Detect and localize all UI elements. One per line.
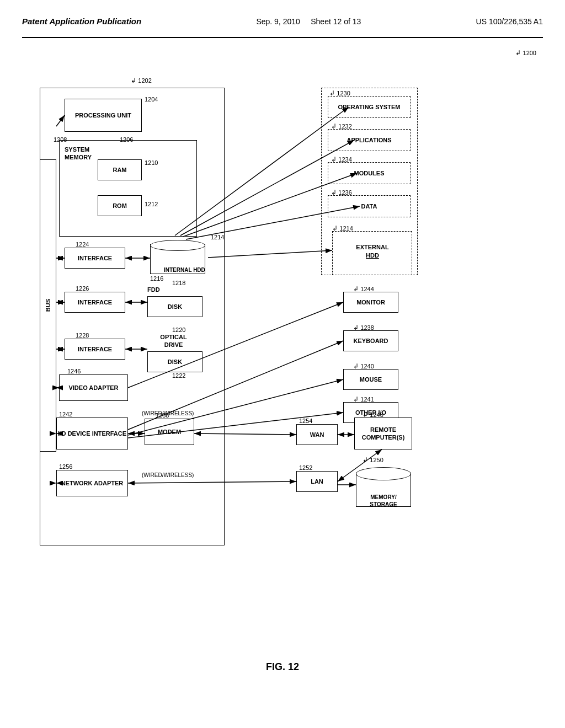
optical-drive-label: OPTICALDRIVE: [145, 333, 202, 349]
ref-1216: 1216: [150, 275, 163, 282]
ram-label: RAM: [113, 166, 126, 174]
page-header: Patent Application Publication Sep. 9, 2…: [22, 11, 543, 38]
data-label: DATA: [361, 202, 377, 210]
header-date: Sep. 9, 2010: [256, 17, 300, 26]
figure-label: FIG. 12: [22, 661, 543, 673]
ref-1220: 1220: [172, 326, 185, 333]
lan-box: LAN: [296, 471, 338, 492]
ref-1204: 1204: [145, 96, 158, 103]
disk-fdd-box: DISK: [147, 296, 202, 317]
mouse-label: MOUSE: [360, 376, 382, 383]
ref-1226: 1226: [76, 285, 89, 292]
rom-label: ROM: [113, 202, 127, 210]
monitor-box: MONITOR: [343, 292, 398, 313]
header-date-sheet: Sep. 9, 2010 Sheet 12 of 13: [256, 17, 361, 26]
os-box: OPERATING SYSTEM: [328, 96, 411, 118]
header-sheet: Sheet 12 of 13: [311, 17, 361, 26]
ref-1200: ↲ 1200: [515, 49, 536, 57]
io-device-box: I/O DEVICE INTERFACE: [56, 417, 128, 449]
wired-wireless-1: (WIRED/WIRELESS): [142, 410, 194, 416]
ref-1210: 1210: [145, 159, 158, 166]
memory-storage-area: MEMORY/STORAGE: [353, 463, 414, 512]
ref-1228: 1228: [76, 332, 89, 339]
rom-box: ROM: [98, 195, 142, 216]
modem-box: MODEM: [145, 419, 194, 445]
ref-1202: ↲ 1202: [131, 77, 152, 84]
ref-1230: ↲ 1230: [329, 89, 350, 97]
ref-1246: 1246: [67, 368, 81, 374]
keyboard-box: KEYBOARD: [343, 330, 398, 351]
remote-computer-box: REMOTE COMPUTER(S): [354, 417, 412, 449]
system-memory-label: SYSTEMMEMORY: [65, 146, 92, 162]
ref-1236: ↲ 1236: [331, 189, 352, 196]
ref-1214-left: 1214: [211, 234, 224, 240]
ref-1248: ↲ 1248: [363, 411, 383, 419]
interface-1226-box: INTERFACE: [65, 292, 125, 313]
ref-1208: 1208: [54, 136, 67, 143]
remote-computer-label: REMOTE COMPUTER(S): [355, 426, 412, 442]
fdd-label: FDD: [147, 286, 160, 293]
monitor-label: MONITOR: [356, 298, 385, 306]
page: Patent Application Publication Sep. 9, 2…: [0, 0, 565, 728]
ref-1238: ↲ 1238: [353, 324, 374, 331]
ref-1214-right: ↲ 1214: [332, 224, 353, 232]
ref-1232: ↲ 1232: [331, 122, 352, 130]
io-device-label: I/O DEVICE INTERFACE: [58, 430, 126, 437]
interface-1226-label: INTERFACE: [78, 298, 112, 306]
modem-label: MODEM: [158, 428, 181, 436]
ref-1241: ↲ 1241: [353, 395, 374, 403]
ref-1252: 1252: [299, 464, 312, 471]
bus-label: BUS: [45, 299, 51, 312]
ref-1250: ↲ 1250: [363, 456, 383, 464]
interface-1228-label: INTERFACE: [78, 345, 112, 353]
disk-optical-box: DISK: [147, 351, 202, 372]
ref-1222: 1222: [172, 372, 185, 379]
bus-bar: BUS: [40, 159, 56, 452]
wan-label: WAN: [310, 431, 324, 438]
video-adapter-label: VIDEO ADAPTER: [68, 384, 118, 392]
ref-1234: ↲ 1234: [331, 156, 352, 163]
wired-wireless-2: (WIRED/WIRELESS): [142, 472, 194, 478]
applications-box: APPLICATIONS: [328, 129, 411, 151]
ref-1212: 1212: [145, 201, 158, 207]
network-adapter-label: NETWORK ADAPTER: [61, 479, 124, 487]
ref-1218: 1218: [172, 280, 185, 286]
applications-label: APPLICATIONS: [347, 136, 391, 144]
processing-unit-label: PROCESSING UNIT: [75, 111, 131, 119]
ref-1244: ↲ 1244: [353, 285, 374, 293]
ref-1256: 1256: [59, 463, 72, 470]
ref-1224: 1224: [76, 241, 89, 248]
network-adapter-box: NETWORK ADAPTER: [56, 470, 128, 496]
mouse-box: MOUSE: [343, 369, 398, 390]
disk-optical-label: DISK: [168, 358, 182, 366]
ref-1206: 1206: [120, 136, 133, 143]
internal-hdd-label: INTERNAL HDD: [164, 267, 205, 273]
ref-1254: 1254: [299, 417, 312, 424]
svg-line-22: [208, 250, 332, 258]
internal-hdd-area: INTERNAL HDD: [147, 235, 208, 280]
modules-label: MODULES: [354, 169, 385, 177]
data-box: DATA: [328, 195, 411, 217]
processing-unit-box: PROCESSING UNIT: [65, 99, 142, 132]
ram-box: RAM: [98, 159, 142, 180]
wan-box: WAN: [296, 424, 338, 445]
interface-1228-box: INTERFACE: [65, 339, 125, 360]
ref-1242: 1242: [59, 411, 72, 417]
ref-1240: ↲ 1240: [353, 362, 374, 370]
header-patent-number: US 100/226,535 A1: [476, 17, 543, 26]
memory-storage-label: MEMORY/STORAGE: [361, 494, 406, 508]
interface-1224-label: INTERFACE: [78, 254, 112, 262]
lan-label: LAN: [311, 478, 323, 485]
header-publication: Patent Application Publication: [22, 17, 141, 26]
video-adapter-box: VIDEO ADAPTER: [59, 374, 128, 401]
disk-fdd-label: DISK: [168, 303, 182, 311]
diagram-area: ↲ 1200 ↲ 1202 BUS PROCESSING UNIT 1204 1…: [23, 44, 542, 650]
keyboard-label: KEYBOARD: [354, 337, 388, 345]
interface-1224-box: INTERFACE: [65, 248, 125, 269]
modules-box: MODULES: [328, 162, 411, 184]
os-label: OPERATING SYSTEM: [338, 103, 401, 111]
external-hdd-label: EXTERNALHDD: [342, 243, 403, 260]
